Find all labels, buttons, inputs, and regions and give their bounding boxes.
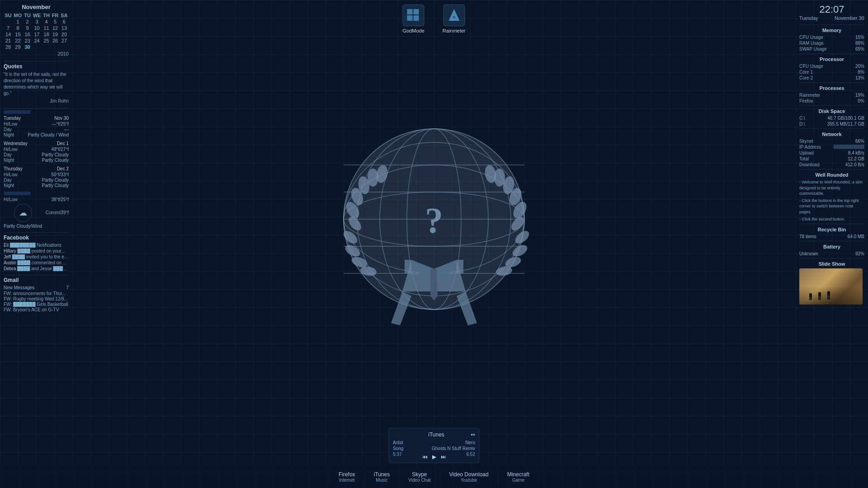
taskbar-minecraft-label: Minecraft (507, 471, 529, 478)
wellrounded-line2: - Click the buttons in the top right cor… (799, 198, 864, 215)
weather-current-bar (4, 192, 31, 195)
net-download-label: Download (799, 162, 819, 167)
weather-bar (4, 110, 31, 114)
svg-point-5 (453, 16, 455, 19)
itunes-dots[interactable]: •• (471, 431, 475, 438)
clock-day: Tuesday (799, 15, 818, 21)
taskbar-firefox-sublabel: Internet (339, 478, 354, 483)
weather-wed-hilow: 49°f/27°f (51, 147, 69, 152)
proc-firefox-value: 0% (858, 99, 864, 103)
weather-tue-date: Nov 30 (54, 116, 69, 121)
weather-wed-day: Wednesday (4, 141, 28, 146)
weather-wed-night: Partly Cloudy (42, 158, 69, 163)
proc-core1-row: Core 1 8% (799, 70, 864, 75)
weather-icon: ☁ (14, 204, 32, 222)
itunes-next-button[interactable]: ⏭ (441, 454, 446, 460)
net-upload-total-row: Total 12.2 GB (799, 156, 864, 161)
clock-date: November 30 (835, 15, 864, 21)
weather-tue-day-cond: --- (64, 127, 69, 132)
itunes-controls: ⏮ ▶ ⏭ (422, 454, 446, 460)
calendar: November SUMOTUWETHFRSA 1234567891011121… (4, 4, 69, 56)
disk-c-label: C:\ (799, 116, 805, 121)
net-ip-label: IP Address (799, 145, 821, 150)
calendar-month: November (4, 4, 69, 10)
disk-title: Disk Space (799, 108, 864, 114)
proc-core1-label: Core 1 (799, 70, 813, 75)
proc-cpu-label: CPU Usage (799, 64, 823, 69)
desktop-icon-godmode[interactable]: GodMode (402, 5, 424, 33)
proc-firefox-label: Firefox (799, 99, 813, 103)
net-download-value: 412.0 B/s (845, 162, 864, 167)
net-skynet-label: Skynet (799, 139, 813, 144)
taskbar-videodownload-sublabel: Youtube (461, 478, 477, 483)
proc-rainmeter-label: Rainmeter (799, 93, 820, 98)
disk-d-value: 355.5 MB/11.7 GB (827, 122, 864, 127)
net-ip-value: ████████████ (834, 145, 864, 150)
weather-thu-date: Dec 2 (57, 166, 69, 171)
net-skynet-row: Skynet 66% (799, 139, 864, 144)
right-panel: 22:07 Tuesday November 30 Memory CPU Usa… (796, 0, 868, 308)
weather-cur-temp: 39°f (61, 210, 69, 215)
proc-core2-label: Core 2 (799, 75, 813, 80)
weather-thu-day: Thursday (4, 166, 23, 171)
gmail-item-2: FW: ███████ Girls Basketball (4, 302, 69, 307)
proc-cpu-row: CPU Usage 20% (799, 64, 864, 69)
memory-cpu-label: CPU Usage (799, 35, 823, 40)
quotes-section: Quotes "It is the set of the sails, not … (4, 63, 69, 103)
svg-rect-1 (414, 9, 419, 14)
godmode-label: GodMode (402, 28, 424, 33)
net-upload-total: 12.2 GB (848, 156, 864, 161)
svg-rect-3 (414, 15, 419, 21)
memory-cpu-row: CPU Usage 15% (799, 35, 864, 40)
recycle-items: 78 items (799, 234, 816, 239)
anonymous-logo: ? (321, 120, 547, 346)
slideshow-title: Slide Show (799, 261, 864, 267)
processes-title: Processes (799, 85, 864, 91)
taskbar-itunes[interactable]: iTunes Music (365, 469, 400, 484)
memory-swap-value: 65% (855, 47, 864, 52)
fb-item-2: Jeff ████ invited you to the eve... (4, 254, 69, 259)
disk-c-row: C:\ 46.7 GB/100.1 GB (799, 116, 864, 121)
net-skynet-value: 66% (855, 139, 864, 144)
proc-rainmeter-row: Rainmeter 19% (799, 93, 864, 98)
proc-core1-value: 8% (858, 70, 864, 75)
net-upload-label: Upload (799, 150, 814, 155)
wellrounded-line1: - Welcome to Well Rounded, a skin design… (799, 179, 864, 197)
battery-title: Battery (799, 244, 864, 249)
taskbar-skype[interactable]: Skype Video Chat (399, 469, 440, 484)
taskbar-firefox[interactable]: Firefox Internet (329, 469, 365, 484)
gmail-count: 7 (66, 285, 69, 290)
weather-tue-hilow: ---°f/25°f (52, 122, 69, 127)
proc-cpu-value: 20% (855, 64, 864, 69)
fb-item-3: Austin ████ commented on you... (4, 260, 69, 265)
gmail-title: Gmail (4, 277, 69, 283)
taskbar-minecraft[interactable]: Minecraft Game (498, 469, 539, 484)
quotes-text: "It is the set of the sails, not the dir… (4, 71, 69, 97)
processor-title: Processor (799, 56, 864, 62)
recycle-row: 78 items 64.0 MB (799, 234, 864, 239)
fb-item-0: Eli ████████ Notifications (4, 243, 69, 248)
network-title: Network (799, 131, 864, 137)
itunes-play-button[interactable]: ▶ (432, 454, 436, 460)
svg-rect-43 (818, 292, 821, 300)
quotes-title: Quotes (4, 63, 69, 70)
gmail-new-label: New Messages (4, 285, 34, 290)
weather-wed-date: Dec 1 (57, 141, 69, 146)
weather-wednesday: Wednesday Dec 1 Hi/Low 49°f/27°f Day Par… (4, 141, 69, 163)
gmail-item-0: FW: announcements for Thur... (4, 291, 69, 296)
taskbar: Firefox Internet iTunes Music Skype Vide… (0, 465, 868, 488)
svg-rect-45 (827, 291, 830, 300)
weather-tue-day: Tuesday (4, 116, 21, 121)
itunes-artist: Nero (465, 440, 475, 445)
taskbar-videodownload[interactable]: Video Download Youtube (440, 469, 498, 484)
recycle-title: Recycle Bin (799, 227, 864, 232)
itunes-artist-label: Artist (393, 440, 403, 445)
svg-marker-4 (448, 9, 459, 21)
itunes-time-current: 5:37 (393, 452, 401, 460)
weather-thursday: Thursday Dec 2 Hi/Low 50°f/33°f Day Part… (4, 166, 69, 188)
taskbar-skype-sublabel: Video Chat (408, 478, 430, 483)
desktop-icon-rainmeter[interactable]: Rainmeter (443, 5, 466, 33)
battery-status: Unknown (799, 251, 818, 256)
itunes-prev-button[interactable]: ⏮ (422, 454, 428, 460)
battery-level: 92% (855, 251, 864, 256)
